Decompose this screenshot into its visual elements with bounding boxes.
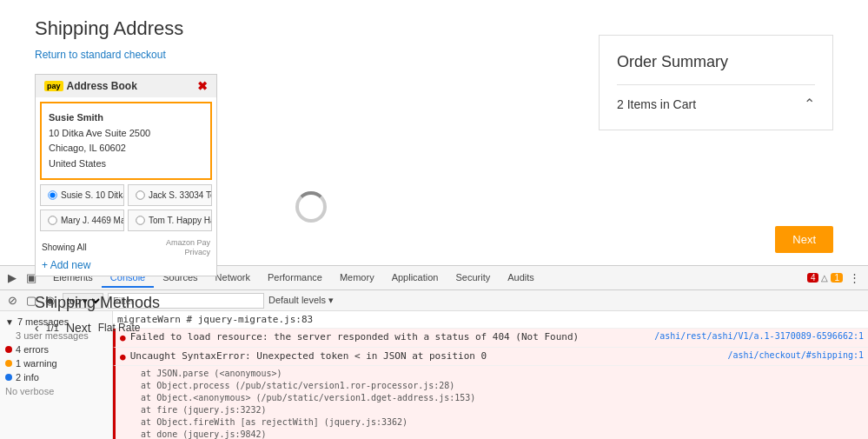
errors-item[interactable]: 4 errors: [0, 343, 112, 356]
address-book: pay Address Book ✖ Susie Smith 10 Ditka …: [35, 74, 217, 276]
address-option-0[interactable]: Susie S. 10 Ditka Ave Su...: [40, 184, 124, 206]
amazon-pay-label: Amazon Pay: [166, 238, 210, 247]
devtools-panel: ▶ ▣ Elements Console Sources Network Per…: [0, 265, 868, 439]
shipping-methods-section: Shipping Methods ‹ 1/1 Next Flat Rate: [35, 294, 833, 335]
errors-count-label: 4 errors: [16, 344, 49, 355]
address-label-1: Jack S. 33034 Terry Ave...: [149, 190, 212, 200]
address-label-2: Mary J. 4469 Main St. T...: [61, 216, 124, 225]
address-option-2[interactable]: Mary J. 4469 Main St. T...: [40, 210, 124, 231]
loading-spinner: [295, 191, 327, 223]
tab-application[interactable]: Application: [383, 269, 447, 288]
msg-text-3: at JSON.parse (<anonymous>) at Object.pr…: [120, 368, 864, 439]
add-new-link[interactable]: + Add new: [42, 259, 90, 271]
return-link[interactable]: Return to standard checkout: [35, 49, 166, 61]
warning-badge: 1: [831, 273, 843, 283]
main-content: Shipping Address Return to standard chec…: [0, 0, 868, 265]
address-radio-2[interactable]: [48, 216, 56, 225]
address-footer: Showing All Amazon Pay Privacy: [36, 236, 216, 259]
spinner: [295, 191, 327, 223]
prev-arrow[interactable]: ‹: [35, 321, 39, 335]
tab-memory[interactable]: Memory: [331, 269, 383, 288]
address-option-3[interactable]: Tom T. Happy Happy Toy...: [128, 210, 212, 231]
address-option-1[interactable]: Jack S. 33034 Terry Ave...: [128, 184, 212, 206]
verbose-item[interactable]: No verbose: [0, 384, 112, 398]
console-clear-icon[interactable]: ⊘: [4, 292, 21, 309]
info-count-label: 2 info: [16, 372, 39, 382]
nav-label: 1/1: [46, 323, 59, 333]
warnings-count-label: 1 warning: [16, 358, 57, 369]
flat-rate-label: Flat Rate: [98, 322, 141, 334]
address-radio-1[interactable]: [136, 191, 144, 200]
chevron-down-icon: ⌃: [804, 96, 815, 112]
selected-line2: Chicago, IL 60602: [49, 143, 126, 153]
items-cart-text: 2 Items in Cart: [617, 97, 696, 111]
next-nav-label[interactable]: Next: [66, 321, 91, 335]
order-summary-title: Order Summary: [617, 53, 815, 71]
showing-all: Showing All: [42, 243, 87, 252]
devtools-right-icons: 4 △ 1 ⋮: [807, 269, 864, 286]
messages-collapse: ▼: [5, 317, 14, 327]
address-radio-0[interactable]: [48, 191, 56, 200]
address-label-3: Tom T. Happy Happy Toy...: [149, 216, 212, 225]
selected-name: Susie Smith: [49, 112, 103, 123]
tab-performance[interactable]: Performance: [259, 269, 331, 288]
selected-address: Susie Smith 10 Ditka Ave Suite 2500 Chic…: [40, 102, 212, 180]
address-book-header: pay Address Book ✖: [36, 75, 216, 97]
warnings-item[interactable]: 1 warning: [0, 356, 112, 370]
info-dot: [5, 374, 12, 381]
address-label-0: Susie S. 10 Ditka Ave Su...: [61, 190, 124, 200]
address-radio-3[interactable]: [136, 216, 144, 225]
verbose-label: No verbose: [5, 386, 54, 396]
address-options: Susie S. 10 Ditka Ave Su... Jack S. 3303…: [36, 184, 216, 236]
badge-separator: △: [821, 273, 828, 283]
order-summary: Order Summary 2 Items in Cart ⌃: [599, 35, 833, 130]
msg-text-2: Uncaught SyntaxError: Unexpected token <…: [130, 349, 719, 363]
console-msg-2: ● Uncaught SyntaxError: Unexpected token…: [113, 348, 868, 366]
error-dot: [5, 346, 12, 353]
info-item[interactable]: 2 info: [0, 370, 112, 384]
next-button[interactable]: Next: [775, 226, 833, 253]
privacy-label: Privacy: [184, 248, 210, 256]
close-button[interactable]: ✖: [197, 80, 208, 92]
msg-source-2[interactable]: /ashi/checkout/#shipping:1: [727, 349, 864, 362]
selected-line3: United States: [49, 158, 106, 169]
tab-audits[interactable]: Audits: [499, 269, 543, 288]
warning-dot: [5, 360, 12, 367]
selected-line1: 10 Ditka Ave Suite 2500: [49, 128, 150, 138]
pay-logo: pay: [44, 81, 63, 91]
console-msg-3: at JSON.parse (<anonymous>) at Object.pr…: [113, 366, 868, 439]
error-badge: 4: [807, 273, 819, 283]
inspect-icon[interactable]: ▶: [4, 269, 20, 286]
shipping-methods-title: Shipping Methods: [35, 294, 833, 312]
shipping-nav: ‹ 1/1 Next Flat Rate: [35, 321, 833, 335]
devtools-more-icon[interactable]: ⋮: [845, 269, 864, 286]
error-icon-2: ●: [120, 350, 126, 363]
items-cart-row[interactable]: 2 Items in Cart ⌃: [617, 84, 815, 112]
tab-security[interactable]: Security: [447, 269, 499, 288]
address-book-title: Address Book: [67, 80, 137, 92]
